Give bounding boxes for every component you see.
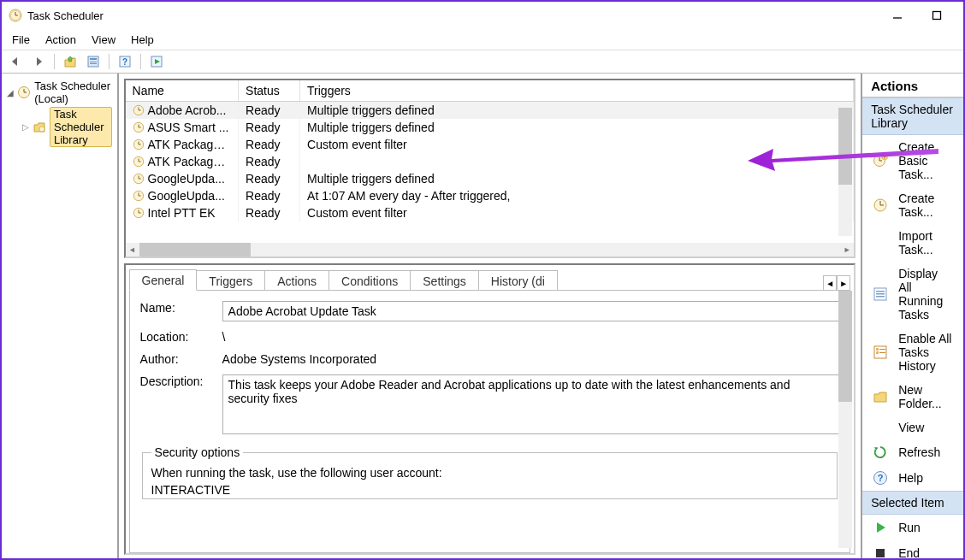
tab-history[interactable]: History (di — [478, 270, 558, 291]
task-name-input[interactable] — [222, 301, 840, 321]
tab-settings[interactable]: Settings — [410, 270, 479, 291]
action-label: End — [898, 546, 920, 560]
col-header-status[interactable]: Status — [239, 80, 300, 102]
table-row[interactable]: Intel PTT EKReadyCustom event filter — [126, 204, 854, 221]
action-label: New Folder... — [898, 383, 953, 410]
security-account-label: When running the task, use the following… — [151, 466, 829, 480]
svg-rect-56 — [876, 549, 885, 557]
security-options-legend: Security options — [151, 445, 244, 459]
menu-help[interactable]: Help — [126, 32, 159, 48]
actions-pane: Actions Task Scheduler Library Create Ba… — [862, 74, 963, 560]
location-value: \ — [222, 330, 840, 344]
action-end[interactable]: End — [862, 540, 963, 560]
toolbar-back-button[interactable] — [5, 51, 26, 72]
task-list-hscrollbar[interactable]: ◄ ► — [126, 243, 855, 256]
action-import-task[interactable]: Import Task... — [862, 224, 963, 262]
toolbar-up-button[interactable] — [60, 51, 80, 72]
toolbar-help-button[interactable]: ? — [115, 51, 135, 72]
action-view[interactable]: View — [862, 416, 963, 439]
task-list[interactable]: Name Status Triggers Adobe Acrob...Ready… — [126, 80, 855, 243]
task-status-cell: Ready — [239, 136, 300, 153]
action-label: Create Basic Task... — [898, 140, 953, 181]
svg-rect-8 — [90, 62, 97, 62]
tree-library-label: Task Scheduler Library — [50, 107, 112, 147]
clock-icon — [17, 85, 31, 99]
clock-new-icon — [873, 153, 888, 168]
task-triggers-cell: Multiple triggers defined — [300, 119, 854, 136]
svg-rect-46 — [876, 291, 885, 292]
minimize-button[interactable] — [878, 3, 917, 28]
help-icon: ? — [873, 470, 888, 486]
tab-conditions[interactable]: Conditions — [329, 270, 411, 291]
tab-triggers[interactable]: Triggers — [196, 270, 265, 291]
action-label: Display All Running Tasks — [898, 267, 953, 321]
location-label: Location: — [140, 330, 222, 344]
table-row[interactable]: ASUS Smart ...ReadyMultiple triggers def… — [126, 119, 854, 136]
tab-scroll-left[interactable]: ◄ — [823, 275, 837, 291]
tree-root-node[interactable]: ◢ Task Scheduler (Local) — [5, 79, 114, 106]
col-header-name[interactable]: Name — [126, 80, 239, 102]
menu-view[interactable]: View — [86, 32, 121, 48]
maximize-button[interactable] — [917, 3, 956, 28]
action-help[interactable]: ? Help — [862, 465, 963, 491]
scroll-left-button[interactable]: ◄ — [126, 243, 139, 256]
task-list-vscrollbar[interactable] — [838, 108, 852, 236]
task-name-cell: ASUS Smart ... — [126, 119, 239, 136]
action-create-basic-task[interactable]: Create Basic Task... — [862, 135, 963, 186]
table-row[interactable]: Adobe Acrob...ReadyMultiple triggers def… — [126, 102, 854, 120]
library-folder-icon — [33, 121, 46, 134]
table-row[interactable]: GoogleUpda...ReadyMultiple triggers defi… — [126, 170, 854, 187]
details-vscrollbar[interactable] — [838, 291, 852, 548]
security-account-value: INTERACTIVE — [151, 483, 829, 497]
svg-rect-47 — [876, 293, 885, 295]
center-pane: Name Status Triggers Adobe Acrob...Ready… — [119, 74, 863, 560]
action-display-running[interactable]: Display All Running Tasks — [862, 262, 963, 327]
action-create-task[interactable]: Create Task... — [862, 186, 963, 224]
author-label: Author: — [140, 352, 222, 366]
menu-action[interactable]: Action — [40, 32, 81, 48]
action-enable-history[interactable]: Enable All Tasks History — [862, 327, 963, 378]
tab-scroll-right[interactable]: ► — [837, 275, 850, 291]
toolbar-forward-button[interactable] — [28, 51, 49, 72]
tab-actions[interactable]: Actions — [264, 270, 329, 291]
navigation-tree: ◢ Task Scheduler (Local) ▷ Task Schedule… — [2, 74, 119, 560]
expand-icon[interactable]: ▷ — [22, 122, 29, 133]
task-name-cell: Adobe Acrob... — [126, 102, 239, 120]
svg-point-16 — [39, 127, 44, 132]
tab-general[interactable]: General — [129, 269, 198, 291]
description-textarea[interactable] — [222, 374, 840, 434]
task-name-cell: GoogleUpda... — [126, 187, 239, 204]
scrollbar-thumb[interactable] — [139, 243, 251, 256]
actions-header: Actions — [862, 74, 963, 97]
task-status-cell: Ready — [239, 187, 300, 204]
security-options-group: Security options When running the task, … — [142, 445, 838, 499]
table-row[interactable]: ATK Package ...Ready — [126, 153, 854, 170]
action-label: Enable All Tasks History — [898, 332, 953, 373]
task-triggers-cell: Multiple triggers defined — [300, 170, 854, 187]
tree-library-node[interactable]: ▷ Task Scheduler Library — [5, 106, 114, 148]
scrollbar-thumb[interactable] — [838, 108, 852, 185]
table-row[interactable]: ATK Package ...ReadyCustom event filter — [126, 136, 854, 153]
history-icon — [873, 345, 888, 360]
task-scheduler-window: Task Scheduler File Action View Help ? ◢… — [0, 0, 965, 560]
action-new-folder[interactable]: New Folder... — [862, 378, 963, 416]
actions-group-library: Task Scheduler Library — [862, 97, 963, 135]
menu-file[interactable]: File — [7, 32, 35, 48]
svg-rect-50 — [876, 348, 879, 351]
table-row[interactable]: GoogleUpda...ReadyAt 1:07 AM every day -… — [126, 187, 854, 204]
toolbar-props-button[interactable] — [83, 51, 104, 72]
task-details-panel: General Triggers Actions Conditions Sett… — [124, 263, 856, 555]
scrollbar-thumb[interactable] — [838, 291, 852, 402]
toolbar-run-button[interactable] — [146, 51, 167, 72]
toolbar: ? — [2, 50, 963, 74]
task-triggers-cell — [300, 153, 854, 170]
col-header-triggers[interactable]: Triggers — [300, 80, 854, 102]
task-name-cell: ATK Package ... — [126, 153, 239, 170]
action-refresh[interactable]: Refresh — [862, 439, 963, 465]
title-bar: Task Scheduler — [2, 2, 963, 29]
action-run[interactable]: Run — [862, 515, 963, 540]
collapse-icon[interactable]: ◢ — [7, 87, 14, 97]
scroll-right-button[interactable]: ► — [840, 243, 854, 256]
task-status-cell: Ready — [239, 153, 300, 170]
action-label: Run — [898, 521, 921, 534]
